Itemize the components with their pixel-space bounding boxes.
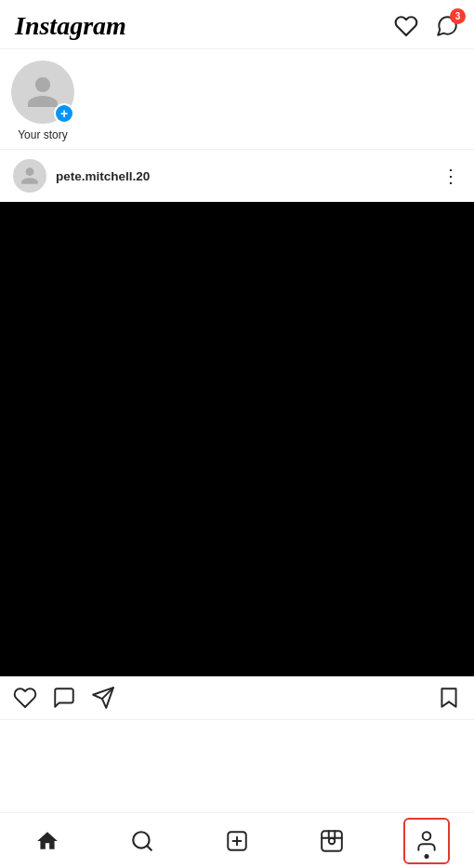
comment-button[interactable] [52, 686, 76, 710]
post-avatar-icon [20, 166, 40, 186]
svg-line-4 [147, 846, 151, 850]
nav-home[interactable] [24, 818, 71, 864]
post-image [0, 202, 474, 676]
messages-button[interactable]: 3 [435, 14, 459, 38]
share-button[interactable] [91, 686, 115, 710]
post-username[interactable]: pete.mitchell.20 [56, 169, 432, 183]
svg-point-13 [423, 832, 431, 840]
svg-rect-8 [322, 831, 342, 851]
header-icons: 3 [394, 14, 459, 38]
stories-row: + Your story [0, 49, 474, 150]
save-icon [437, 686, 461, 710]
comment-icon [52, 686, 76, 710]
bottom-nav [0, 812, 474, 868]
add-story-button[interactable]: + [54, 103, 74, 124]
messages-badge: 3 [450, 8, 466, 24]
your-story-label: Your story [18, 128, 68, 141]
post-header: pete.mitchell.20 ⋮ [0, 150, 474, 202]
nav-profile[interactable] [403, 818, 450, 864]
home-icon [35, 829, 59, 853]
profile-active-dot [425, 854, 429, 859]
like-icon [13, 686, 37, 710]
profile-icon [415, 829, 439, 853]
post-avatar[interactable] [13, 159, 46, 193]
add-icon [225, 829, 249, 853]
share-icon [91, 686, 115, 710]
header: Instagram 3 [0, 0, 474, 49]
nav-reels[interactable] [309, 818, 355, 864]
nav-search[interactable] [119, 818, 165, 864]
svg-marker-2 [441, 688, 455, 707]
user-silhouette-icon [24, 73, 61, 111]
post-more-button[interactable]: ⋮ [441, 167, 461, 185]
nav-add[interactable] [214, 818, 260, 864]
search-icon [130, 829, 154, 853]
heart-icon [394, 14, 418, 38]
like-button[interactable] [13, 686, 37, 710]
your-story-item[interactable]: + Your story [11, 60, 74, 141]
notifications-button[interactable] [394, 14, 418, 38]
save-button[interactable] [437, 686, 461, 710]
reels-icon [320, 829, 344, 853]
instagram-logo: Instagram [15, 11, 126, 41]
post-actions [0, 676, 474, 720]
your-story-avatar-wrap: + [11, 60, 74, 124]
